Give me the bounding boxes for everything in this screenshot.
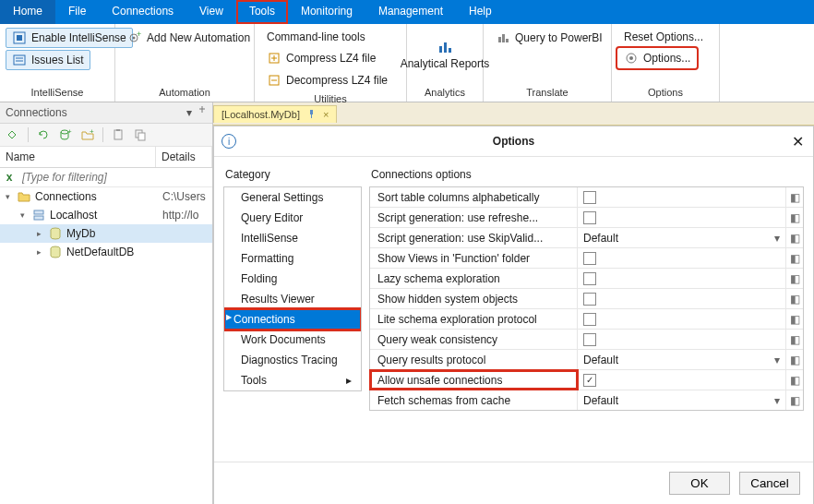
clipboard-icon[interactable]	[111, 127, 126, 142]
close-icon[interactable]: ×	[323, 109, 329, 120]
menu-home[interactable]: Home	[0, 0, 55, 24]
option-reset-icon[interactable]: ◧	[785, 370, 803, 390]
option-reset-icon[interactable]: ◧	[785, 187, 803, 207]
checkbox[interactable]: ✓	[583, 374, 596, 387]
category-item[interactable]: IntelliSense	[224, 228, 361, 248]
option-value-cell[interactable]: ✓	[578, 370, 785, 390]
option-reset-icon[interactable]: ◧	[785, 390, 803, 410]
option-row[interactable]: Lazy schema exploration◧	[370, 269, 803, 289]
menu-management[interactable]: Management	[365, 0, 456, 24]
enable-intellisense-button[interactable]: Enable IntelliSense	[6, 28, 133, 48]
reset-options-button[interactable]: Reset Options...	[617, 28, 710, 46]
cmdline-tools-button[interactable]: Command-line tools	[260, 28, 372, 46]
option-row[interactable]: Lite schema exploration protocol◧	[370, 309, 803, 330]
dropdown-icon[interactable]: ▾	[186, 106, 192, 119]
option-value-cell[interactable]	[578, 269, 785, 288]
ok-button[interactable]: OK	[669, 472, 730, 495]
checkbox[interactable]	[583, 211, 596, 224]
option-reset-icon[interactable]: ◧	[785, 228, 803, 247]
compress-lz4-button[interactable]: Compress LZ4 file	[260, 48, 382, 68]
close-icon[interactable]: ✕	[792, 133, 804, 150]
category-item[interactable]: Results Viewer	[224, 289, 361, 309]
decompress-lz4-button[interactable]: Decompress LZ4 file	[260, 70, 394, 90]
option-value-cell[interactable]	[578, 208, 785, 227]
option-row[interactable]: Query results protocolDefault▾◧	[370, 350, 803, 370]
option-row[interactable]: Show hidden system objects◧	[370, 289, 803, 309]
category-item[interactable]: Tools▸	[224, 370, 361, 390]
tree-row[interactable]: ▸NetDefaultDB	[0, 243, 212, 261]
option-value-cell[interactable]: Default▾	[578, 390, 785, 410]
checkbox[interactable]	[583, 252, 596, 265]
checkbox[interactable]	[583, 293, 596, 306]
pin-icon[interactable]	[198, 106, 207, 119]
category-item[interactable]: Folding	[224, 269, 361, 289]
category-item[interactable]: Diagnostics Tracing	[224, 350, 361, 370]
new-connection-icon[interactable]	[6, 127, 20, 142]
expand-icon[interactable]: ▾	[6, 192, 17, 201]
info-icon[interactable]: i	[221, 134, 236, 149]
cancel-button[interactable]: Cancel	[739, 472, 800, 495]
category-item[interactable]: Connections	[224, 309, 361, 330]
expand-icon[interactable]: ▸	[37, 247, 48, 257]
option-value-cell[interactable]: Default▾	[578, 350, 785, 369]
option-value-cell[interactable]: Default▾	[578, 228, 785, 247]
checkbox[interactable]	[583, 191, 596, 204]
menu-file[interactable]: File	[55, 0, 99, 24]
option-reset-icon[interactable]: ◧	[785, 350, 803, 369]
option-row[interactable]: Script generation: use refreshe...◧	[370, 208, 803, 228]
menu-connections[interactable]: Connections	[99, 0, 186, 24]
option-reset-icon[interactable]: ◧	[785, 309, 803, 329]
option-value-cell[interactable]	[578, 309, 785, 329]
category-item[interactable]: General Settings	[224, 187, 361, 208]
option-value-cell[interactable]	[578, 187, 785, 207]
category-item[interactable]: Formatting	[224, 248, 361, 269]
options-button[interactable]: Options...	[617, 48, 697, 68]
dropdown-icon[interactable]: ▾	[774, 394, 780, 407]
option-reset-icon[interactable]: ◧	[785, 330, 803, 349]
tree-row[interactable]: ▸MyDb	[0, 224, 212, 243]
option-row[interactable]: Sort table columns alphabetically◧	[370, 187, 803, 208]
option-row[interactable]: Script generation: use SkipValid...Defau…	[370, 228, 803, 248]
tree[interactable]: ▾ConnectionsC:\Users▾Localhosthttp://lo▸…	[0, 187, 212, 504]
option-row[interactable]: Allow unsafe connections✓◧	[370, 370, 803, 390]
pin-icon[interactable]	[307, 110, 316, 118]
tree-row[interactable]: ▾ConnectionsC:\Users	[0, 187, 212, 206]
col-details[interactable]: Details	[156, 147, 212, 167]
option-reset-icon[interactable]: ◧	[785, 208, 803, 227]
dropdown-icon[interactable]: ▾	[774, 354, 780, 366]
option-reset-icon[interactable]: ◧	[785, 269, 803, 288]
expand-icon[interactable]: ▾	[20, 210, 31, 220]
option-row[interactable]: Query weak consistency◧	[370, 330, 803, 350]
analytical-reports-button[interactable]: Analytical Reports	[413, 25, 477, 84]
refresh-icon[interactable]	[36, 127, 51, 142]
menu-monitoring[interactable]: Monitoring	[288, 0, 365, 24]
option-value-cell[interactable]	[578, 330, 785, 349]
checkbox[interactable]	[583, 272, 596, 285]
category-list[interactable]: General SettingsQuery EditorIntelliSense…	[223, 186, 362, 391]
issues-list-button[interactable]: Issues List	[6, 50, 90, 70]
document-tab[interactable]: [Localhost.MyDb] ×	[213, 105, 337, 123]
menu-help[interactable]: Help	[456, 0, 505, 24]
query-to-powerbi-button[interactable]: Query to PowerBI	[489, 28, 609, 48]
add-db-icon[interactable]: +	[58, 127, 73, 142]
category-item[interactable]: Query Editor	[224, 208, 361, 228]
option-reset-icon[interactable]: ◧	[785, 289, 803, 308]
option-value-cell[interactable]	[578, 289, 785, 308]
add-automation-button[interactable]: + Add New Automation	[121, 28, 257, 48]
checkbox[interactable]	[583, 313, 596, 326]
category-item[interactable]: Work Documents	[224, 330, 361, 350]
option-reset-icon[interactable]: ◧	[785, 248, 803, 268]
filter-input[interactable]	[18, 168, 212, 186]
menu-tools[interactable]: Tools	[236, 0, 288, 24]
col-name[interactable]: Name	[0, 147, 156, 167]
expand-icon[interactable]: ▸	[37, 229, 48, 238]
option-value-cell[interactable]	[578, 248, 785, 268]
option-row[interactable]: Show Views in 'Function' folder◧	[370, 248, 803, 269]
dropdown-icon[interactable]: ▾	[774, 232, 780, 245]
tree-row[interactable]: ▾Localhosthttp://lo	[0, 206, 212, 224]
add-folder-icon[interactable]: +	[80, 127, 95, 142]
copy-icon[interactable]	[133, 127, 148, 142]
option-row[interactable]: Fetch schemas from cacheDefault▾◧	[370, 390, 803, 410]
checkbox[interactable]	[583, 333, 596, 346]
menu-view[interactable]: View	[186, 0, 236, 24]
